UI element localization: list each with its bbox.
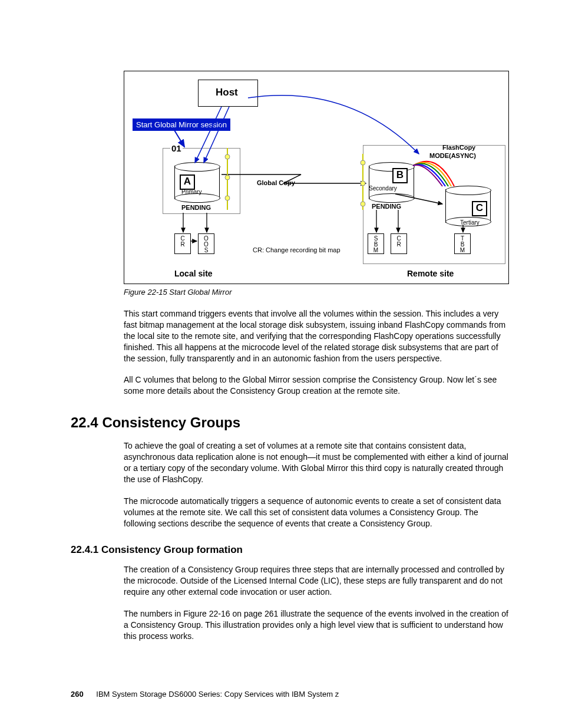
mode-async-label: MODE(ASYNC)	[429, 152, 476, 159]
pending-a: PENDING	[181, 204, 211, 211]
figure-caption: Figure 22-15 Start Global Mirror	[124, 288, 509, 297]
sbm-box: S B M	[368, 233, 384, 254]
local-site: Local site	[174, 269, 213, 278]
volume-c: C	[472, 201, 487, 216]
start-global-mirror-label: Start Global Mirror session	[133, 118, 230, 131]
primary-label: Primary	[181, 189, 201, 195]
paragraph-4: The microcode automatically triggers a s…	[124, 496, 509, 529]
page-footer: 260 IBM System Storage DS6000 Series: Co…	[71, 690, 339, 699]
figure-22-15: Host Start Global Mirror session 01 A Pr…	[124, 71, 509, 284]
cr-note: CR: Change recording bit map	[253, 247, 340, 253]
paragraph-1: This start command triggers events that …	[124, 308, 509, 364]
pending-b: PENDING	[372, 203, 401, 210]
footer-title: IBM System Storage DS6000 Series: Copy S…	[96, 690, 339, 699]
host-label: Host	[216, 87, 238, 98]
cr-box-local: C R	[174, 233, 191, 254]
flashcopy-label: FlashCopy	[442, 144, 475, 151]
tbm-box: T B M	[454, 233, 471, 254]
remote-site: Remote site	[407, 269, 454, 278]
secondary-label: Secondary	[369, 186, 397, 192]
tertiary-label: Tertiary	[460, 220, 480, 226]
paragraph-2: All C volumes that belong to the Global …	[124, 374, 509, 397]
paragraph-6: The numbers in Figure 22-16 on page 261 …	[124, 608, 509, 642]
cr-box-remote: C R	[391, 233, 407, 254]
global-copy-label: Global Copy	[257, 179, 295, 186]
oos-box: O O S	[198, 233, 214, 254]
paragraph-3: To achieve the goal of creating a set of…	[124, 440, 509, 485]
section-heading-22-4: 22.4 Consistency Groups	[71, 414, 509, 431]
paragraph-5: The creation of a Consistency Group requ…	[124, 564, 509, 598]
volume-b: B	[392, 168, 408, 183]
step-01: 01	[170, 143, 183, 153]
subsection-heading-22-4-1: 22.4.1 Consistency Group formation	[71, 544, 509, 556]
page-number: 260	[71, 690, 84, 699]
volume-a: A	[180, 174, 195, 190]
